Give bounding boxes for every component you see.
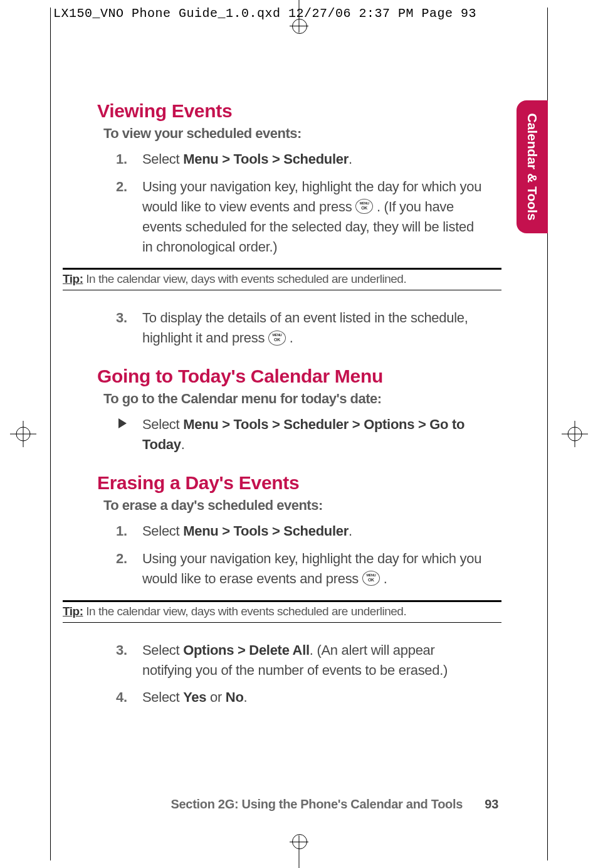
heading-today-calendar: Going to Today's Calendar Menu [97, 366, 486, 387]
menu-ok-icon: MENUOK [355, 199, 373, 214]
crop-mark [290, 26, 308, 26]
registration-left [10, 421, 36, 447]
step-4: 4. Select Yes or No. [116, 687, 486, 707]
registration-circle-top [292, 19, 307, 34]
section-tab: Calendar & Tools [517, 100, 548, 233]
page-footer: Section 2G: Using the Phone's Calendar a… [97, 797, 498, 812]
lead-today: To go to the Calendar menu for today's d… [103, 391, 486, 407]
steps-erase-cont: 3. Select Options > Delete All. (An aler… [116, 640, 486, 708]
crop-mark [299, 0, 300, 19]
registration-right [562, 421, 588, 447]
heading-erasing-events: Erasing a Day's Events [97, 472, 486, 494]
lead-view-events: To view your scheduled events: [103, 125, 486, 142]
tip-box: Tip: In the calendar view, days with eve… [63, 268, 501, 290]
menu-ok-icon: MENUOK [362, 571, 380, 586]
step-2: 2. Using your navigation key, highlight … [116, 549, 486, 589]
tip-label: Tip: [63, 272, 83, 285]
heading-viewing-events: Viewing Events [97, 100, 486, 122]
step-1: 1. Select Menu > Tools > Scheduler. [116, 149, 486, 169]
section-tab-label: Calendar & Tools [525, 113, 540, 220]
tip-text: In the calendar view, days with events s… [83, 605, 406, 618]
crop-mark [299, 835, 300, 849]
steps-viewing-cont: 3. To display the details of an event li… [116, 308, 486, 348]
steps-erase: 1. Select Menu > Tools > Scheduler. 2. U… [116, 521, 486, 589]
step-3: 3. To display the details of an event li… [116, 308, 486, 348]
tip-box: Tip: In the calendar view, days with eve… [63, 600, 501, 623]
tip-label: Tip: [63, 605, 83, 618]
steps-viewing: 1. Select Menu > Tools > Scheduler. 2. U… [116, 149, 486, 257]
lead-erase: To erase a day's scheduled events: [103, 497, 486, 514]
triangle-bullet-icon [118, 418, 127, 428]
page-number: 93 [485, 797, 498, 811]
tip-text: In the calendar view, days with events s… [83, 272, 406, 285]
step-1: 1. Select Menu > Tools > Scheduler. [116, 521, 486, 541]
bullet-goto-today: Select Menu > Tools > Scheduler > Option… [116, 415, 486, 455]
print-header: LX150_VNO Phone Guide_1.0.qxd 12/27/06 2… [53, 6, 476, 21]
crop-mark [299, 849, 300, 868]
footer-section-title: Section 2G: Using the Phone's Calendar a… [170, 797, 463, 811]
menu-ok-icon: MENUOK [268, 331, 286, 346]
page-content: Viewing Events To view your scheduled ev… [97, 100, 486, 715]
step-3: 3. Select Options > Delete All. (An aler… [116, 640, 486, 680]
step-2: 2. Using your navigation key, highlight … [116, 177, 486, 257]
crop-mark [290, 842, 308, 842]
